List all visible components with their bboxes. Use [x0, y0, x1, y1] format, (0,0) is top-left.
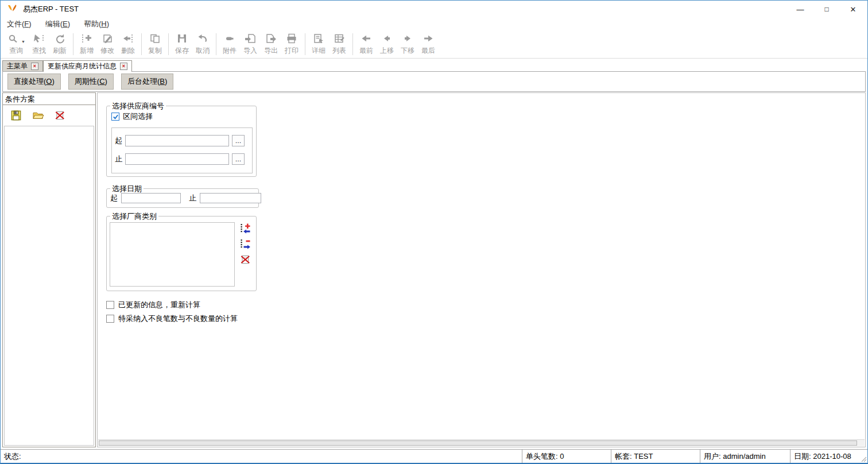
refresh-icon	[53, 33, 66, 44]
toolbar-separator	[352, 33, 353, 55]
date-from-label: 起	[110, 193, 118, 203]
toolbar-label: 最前	[359, 46, 373, 56]
last-icon	[422, 33, 435, 44]
toolbar-button-edit[interactable]: 修改	[97, 30, 118, 58]
clear-category-icon[interactable]	[239, 254, 251, 265]
background-process-button[interactable]: 后台处理(B)	[121, 74, 173, 90]
toolbar-button-delete[interactable]: 删除	[118, 30, 138, 58]
horizontal-scrollbar[interactable]	[98, 439, 865, 446]
direct-process-button[interactable]: 直接处理(O)	[7, 74, 61, 90]
toolbar-label: 取消	[196, 46, 210, 56]
toolbar-button-import[interactable]: 导入	[240, 30, 261, 58]
toolbar-label: 查找	[32, 46, 46, 56]
save-icon	[176, 33, 188, 44]
toolbar-button-detail[interactable]: 详细	[308, 30, 329, 58]
tab-close-icon[interactable]: ×	[120, 63, 127, 70]
open-scheme-icon[interactable]	[32, 110, 44, 121]
resize-grip-icon[interactable]	[860, 455, 867, 462]
import-icon	[244, 33, 257, 44]
recalculate-label: 已更新的信息，重新计算	[118, 300, 200, 310]
toolbar-button-move-down[interactable]: 下移	[397, 30, 418, 58]
add-category-icon[interactable]	[239, 223, 251, 234]
app-window: 易杰ERP - TEST — □ ✕ 文件(F) 编辑(E) 帮助(H) ▼ 查…	[0, 0, 868, 464]
date-from-input[interactable]	[121, 193, 181, 203]
menu-bar: 文件(F) 编辑(E) 帮助(H)	[1, 18, 867, 30]
maximize-button[interactable]: □	[813, 1, 840, 18]
save-scheme-icon[interactable]	[10, 110, 22, 121]
toolbar-label: 列表	[332, 46, 346, 56]
close-button[interactable]: ✕	[840, 1, 866, 18]
toolbar-button-query[interactable]: ▼ 查询	[3, 30, 29, 58]
supplier-to-input[interactable]	[125, 153, 229, 165]
doc-count-label: 单头笔数: 0	[522, 450, 611, 463]
menu-edit[interactable]: 编辑(E)	[45, 19, 70, 29]
toolbar-button-cancel[interactable]: 取消	[192, 30, 213, 58]
toolbar-separator	[73, 33, 73, 55]
scrollbar-thumb[interactable]	[99, 440, 857, 446]
status-label: 状态:	[1, 450, 522, 463]
first-icon	[360, 33, 373, 44]
range-select-checkbox[interactable]	[111, 113, 119, 121]
toolbar-button-first[interactable]: 最前	[356, 30, 377, 58]
toolbar-label: 修改	[100, 46, 114, 56]
delete-scheme-icon[interactable]	[54, 110, 65, 121]
toolbar-button-refresh[interactable]: 刷新	[49, 30, 70, 58]
toolbar-label: 查询	[9, 46, 23, 56]
tab-label: 主菜单	[7, 61, 28, 71]
title-bar: 易杰ERP - TEST — □ ✕	[1, 1, 867, 18]
tab-label: 更新供应商月统计信息	[48, 61, 117, 71]
menu-file[interactable]: 文件(F)	[7, 19, 32, 29]
toolbar-button-save[interactable]: 保存	[172, 30, 192, 58]
toolbar-label: 复制	[148, 46, 162, 56]
supplier-from-input[interactable]	[125, 135, 229, 146]
toolbar-button-move-up[interactable]: 上移	[377, 30, 397, 58]
supplier-to-picker-button[interactable]: …	[232, 153, 245, 165]
attachment-icon	[223, 33, 236, 44]
date-to-input[interactable]	[200, 193, 261, 203]
supplier-group-legend: 选择供应商编号	[110, 101, 166, 111]
toolbar-label: 下移	[401, 46, 414, 56]
toolbar-label: 打印	[285, 46, 299, 56]
toolbar-label: 最后	[421, 46, 435, 56]
user-label: 用户: admin/admin	[700, 450, 790, 463]
scheme-list[interactable]	[4, 126, 94, 446]
supplier-range-box: 起 … 止 …	[111, 127, 253, 173]
toolbar-button-list[interactable]: 列表	[329, 30, 350, 58]
toolbar-separator	[141, 33, 142, 55]
tab-close-icon[interactable]: ×	[31, 63, 38, 70]
toolbar-label: 上移	[380, 46, 394, 56]
condition-scheme-panel: 条件方案	[2, 92, 96, 447]
date-to-label: 止	[189, 193, 196, 203]
print-icon	[285, 33, 298, 44]
toolbar-button-copy[interactable]: 复制	[145, 30, 165, 58]
toolbar-button-export[interactable]: 导出	[261, 30, 281, 58]
minimize-button[interactable]: —	[787, 1, 813, 18]
toolbar-label: 刷新	[53, 46, 67, 56]
toolbar-separator	[168, 33, 169, 55]
date-text: 日期: 2021-10-08	[794, 451, 851, 462]
check-icon	[113, 114, 119, 120]
main-toolbar: ▼ 查询 查找 刷新 新增 修改 删除 复制	[1, 30, 867, 59]
toolbar-button-attachment[interactable]: 附件	[219, 30, 240, 58]
tab-main-menu[interactable]: 主菜单 ×	[2, 60, 43, 71]
special-acceptance-checkbox[interactable]	[106, 315, 114, 323]
cancel-icon	[196, 33, 209, 44]
recalculate-checkbox[interactable]	[106, 301, 114, 309]
query-dropdown-caret-icon[interactable]: ▼	[21, 40, 25, 44]
range-select-label: 区间选择	[123, 111, 153, 122]
toolbar-button-add[interactable]: 新增	[76, 30, 97, 58]
periodic-button[interactable]: 周期性(C)	[68, 74, 114, 90]
remove-category-icon[interactable]	[239, 238, 251, 250]
supplier-from-picker-button[interactable]: …	[232, 135, 245, 146]
toolbar-label: 导出	[264, 46, 278, 56]
toolbar-label: 附件	[223, 46, 237, 56]
vendor-category-legend: 选择厂商类别	[110, 211, 158, 222]
toolbar-button-last[interactable]: 最后	[418, 30, 439, 58]
toolbar-button-find[interactable]: 查找	[29, 30, 49, 58]
tab-update-supplier-monthly-stats[interactable]: 更新供应商月统计信息 ×	[43, 60, 132, 72]
supplier-to-label: 止	[115, 154, 122, 164]
vendor-category-list[interactable]	[110, 222, 235, 287]
toolbar-button-print[interactable]: 打印	[281, 30, 302, 58]
edit-icon	[101, 33, 114, 44]
menu-help[interactable]: 帮助(H)	[84, 19, 109, 29]
